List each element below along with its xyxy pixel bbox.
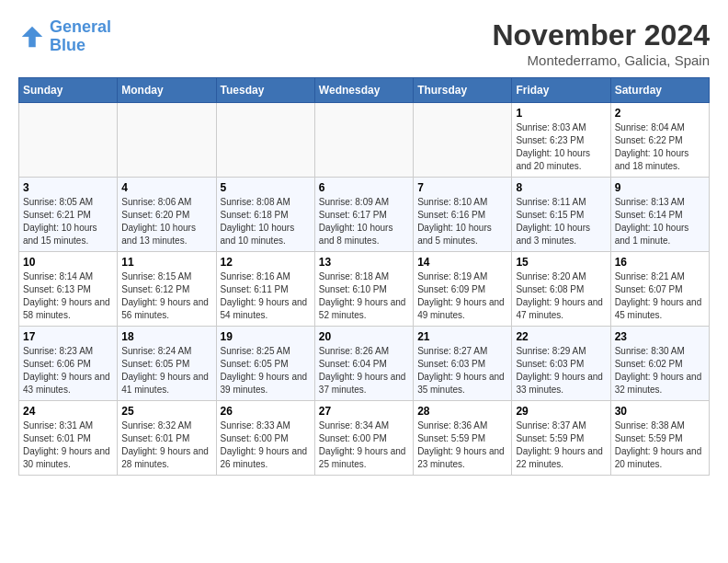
logo: General Blue <box>18 18 111 55</box>
day-info: Sunrise: 8:13 AM Sunset: 6:14 PM Dayligh… <box>615 196 705 247</box>
calendar-cell: 17Sunrise: 8:23 AM Sunset: 6:06 PM Dayli… <box>19 327 118 401</box>
day-number: 28 <box>417 405 507 418</box>
calendar-cell: 18Sunrise: 8:24 AM Sunset: 6:05 PM Dayli… <box>118 327 216 401</box>
calendar-cell: 10Sunrise: 8:14 AM Sunset: 6:13 PM Dayli… <box>19 252 118 327</box>
day-info: Sunrise: 8:24 AM Sunset: 6:05 PM Dayligh… <box>121 345 211 396</box>
day-info: Sunrise: 8:38 AM Sunset: 5:59 PM Dayligh… <box>615 419 705 471</box>
logo-text: General Blue <box>50 18 111 55</box>
calendar-cell: 5Sunrise: 8:08 AM Sunset: 6:18 PM Daylig… <box>216 178 314 252</box>
location: Montederramo, Galicia, Spain <box>492 52 710 68</box>
calendar-cell: 8Sunrise: 8:11 AM Sunset: 6:15 PM Daylig… <box>512 178 610 252</box>
calendar-cell: 2Sunrise: 8:04 AM Sunset: 6:22 PM Daylig… <box>610 103 709 178</box>
day-number: 6 <box>319 181 409 194</box>
calendar-cell: 9Sunrise: 8:13 AM Sunset: 6:14 PM Daylig… <box>610 178 709 252</box>
day-info: Sunrise: 8:20 AM Sunset: 6:08 PM Dayligh… <box>516 270 606 322</box>
calendar-cell: 24Sunrise: 8:31 AM Sunset: 6:01 PM Dayli… <box>19 401 118 476</box>
day-number: 27 <box>319 405 409 418</box>
day-info: Sunrise: 8:27 AM Sunset: 6:03 PM Dayligh… <box>417 345 507 396</box>
weekday-header-friday: Friday <box>512 78 610 103</box>
calendar-cell: 28Sunrise: 8:36 AM Sunset: 5:59 PM Dayli… <box>414 401 512 476</box>
month-title: November 2024 <box>492 18 710 52</box>
day-info: Sunrise: 8:03 AM Sunset: 6:23 PM Dayligh… <box>516 121 606 173</box>
calendar-cell: 13Sunrise: 8:18 AM Sunset: 6:10 PM Dayli… <box>314 252 413 327</box>
weekday-header-tuesday: Tuesday <box>216 78 314 103</box>
day-info: Sunrise: 8:25 AM Sunset: 6:05 PM Dayligh… <box>221 345 311 396</box>
day-number: 30 <box>615 405 705 418</box>
calendar-cell <box>19 103 118 178</box>
day-number: 4 <box>121 181 211 194</box>
calendar-cell: 30Sunrise: 8:38 AM Sunset: 5:59 PM Dayli… <box>610 401 709 476</box>
calendar-cell: 26Sunrise: 8:33 AM Sunset: 6:00 PM Dayli… <box>216 401 314 476</box>
calendar-cell: 1Sunrise: 8:03 AM Sunset: 6:23 PM Daylig… <box>512 103 610 178</box>
calendar-cell: 27Sunrise: 8:34 AM Sunset: 6:00 PM Dayli… <box>314 401 413 476</box>
day-info: Sunrise: 8:21 AM Sunset: 6:07 PM Dayligh… <box>615 270 705 322</box>
calendar-week-3: 10Sunrise: 8:14 AM Sunset: 6:13 PM Dayli… <box>19 252 710 327</box>
day-info: Sunrise: 8:06 AM Sunset: 6:20 PM Dayligh… <box>121 196 211 247</box>
page-header: General Blue November 2024 Montederramo,… <box>18 18 710 68</box>
day-number: 1 <box>516 107 606 120</box>
day-info: Sunrise: 8:33 AM Sunset: 6:00 PM Dayligh… <box>221 419 311 471</box>
day-info: Sunrise: 8:34 AM Sunset: 6:00 PM Dayligh… <box>319 419 409 471</box>
day-number: 15 <box>516 256 606 269</box>
calendar-week-5: 24Sunrise: 8:31 AM Sunset: 6:01 PM Dayli… <box>19 401 710 476</box>
day-number: 14 <box>417 256 507 269</box>
weekday-header-monday: Monday <box>118 78 216 103</box>
calendar-cell: 22Sunrise: 8:29 AM Sunset: 6:03 PM Dayli… <box>512 327 610 401</box>
day-number: 29 <box>516 405 606 418</box>
day-info: Sunrise: 8:16 AM Sunset: 6:11 PM Dayligh… <box>221 270 311 322</box>
calendar-cell: 6Sunrise: 8:09 AM Sunset: 6:17 PM Daylig… <box>314 178 413 252</box>
day-info: Sunrise: 8:11 AM Sunset: 6:15 PM Dayligh… <box>516 196 606 247</box>
calendar-cell <box>314 103 413 178</box>
day-number: 26 <box>221 405 311 418</box>
day-info: Sunrise: 8:37 AM Sunset: 5:59 PM Dayligh… <box>516 419 606 471</box>
day-number: 21 <box>417 330 507 343</box>
calendar-cell: 19Sunrise: 8:25 AM Sunset: 6:05 PM Dayli… <box>216 327 314 401</box>
logo-icon <box>18 23 46 51</box>
day-info: Sunrise: 8:36 AM Sunset: 5:59 PM Dayligh… <box>417 419 507 471</box>
day-number: 13 <box>319 256 409 269</box>
title-block: November 2024 Montederramo, Galicia, Spa… <box>492 18 710 68</box>
day-number: 3 <box>23 181 113 194</box>
day-number: 17 <box>23 330 113 343</box>
day-number: 11 <box>121 256 211 269</box>
day-info: Sunrise: 8:08 AM Sunset: 6:18 PM Dayligh… <box>221 196 311 247</box>
day-number: 20 <box>319 330 409 343</box>
day-info: Sunrise: 8:15 AM Sunset: 6:12 PM Dayligh… <box>121 270 211 322</box>
weekday-header-thursday: Thursday <box>414 78 512 103</box>
calendar-cell: 14Sunrise: 8:19 AM Sunset: 6:09 PM Dayli… <box>414 252 512 327</box>
day-number: 9 <box>615 181 705 194</box>
day-number: 18 <box>121 330 211 343</box>
calendar-cell: 25Sunrise: 8:32 AM Sunset: 6:01 PM Dayli… <box>118 401 216 476</box>
day-info: Sunrise: 8:30 AM Sunset: 6:02 PM Dayligh… <box>615 345 705 396</box>
day-number: 24 <box>23 405 113 418</box>
day-number: 7 <box>417 181 507 194</box>
calendar-cell: 20Sunrise: 8:26 AM Sunset: 6:04 PM Dayli… <box>314 327 413 401</box>
calendar-week-2: 3Sunrise: 8:05 AM Sunset: 6:21 PM Daylig… <box>19 178 710 252</box>
day-info: Sunrise: 8:10 AM Sunset: 6:16 PM Dayligh… <box>417 196 507 247</box>
day-info: Sunrise: 8:18 AM Sunset: 6:10 PM Dayligh… <box>319 270 409 322</box>
day-number: 25 <box>121 405 211 418</box>
day-info: Sunrise: 8:23 AM Sunset: 6:06 PM Dayligh… <box>23 345 113 396</box>
day-info: Sunrise: 8:32 AM Sunset: 6:01 PM Dayligh… <box>121 419 211 471</box>
svg-marker-0 <box>22 27 43 48</box>
day-info: Sunrise: 8:04 AM Sunset: 6:22 PM Dayligh… <box>615 121 705 173</box>
day-info: Sunrise: 8:31 AM Sunset: 6:01 PM Dayligh… <box>23 419 113 471</box>
day-number: 5 <box>221 181 311 194</box>
weekday-header-row: SundayMondayTuesdayWednesdayThursdayFrid… <box>19 78 710 103</box>
day-number: 23 <box>615 330 705 343</box>
day-info: Sunrise: 8:19 AM Sunset: 6:09 PM Dayligh… <box>417 270 507 322</box>
calendar: SundayMondayTuesdayWednesdayThursdayFrid… <box>18 77 710 476</box>
calendar-week-4: 17Sunrise: 8:23 AM Sunset: 6:06 PM Dayli… <box>19 327 710 401</box>
calendar-cell: 4Sunrise: 8:06 AM Sunset: 6:20 PM Daylig… <box>118 178 216 252</box>
calendar-cell <box>414 103 512 178</box>
day-number: 8 <box>516 181 606 194</box>
calendar-cell: 21Sunrise: 8:27 AM Sunset: 6:03 PM Dayli… <box>414 327 512 401</box>
day-number: 12 <box>221 256 311 269</box>
calendar-cell: 11Sunrise: 8:15 AM Sunset: 6:12 PM Dayli… <box>118 252 216 327</box>
day-number: 19 <box>221 330 311 343</box>
weekday-header-wednesday: Wednesday <box>314 78 413 103</box>
calendar-cell <box>118 103 216 178</box>
day-info: Sunrise: 8:26 AM Sunset: 6:04 PM Dayligh… <box>319 345 409 396</box>
calendar-cell: 16Sunrise: 8:21 AM Sunset: 6:07 PM Dayli… <box>610 252 709 327</box>
calendar-cell <box>216 103 314 178</box>
